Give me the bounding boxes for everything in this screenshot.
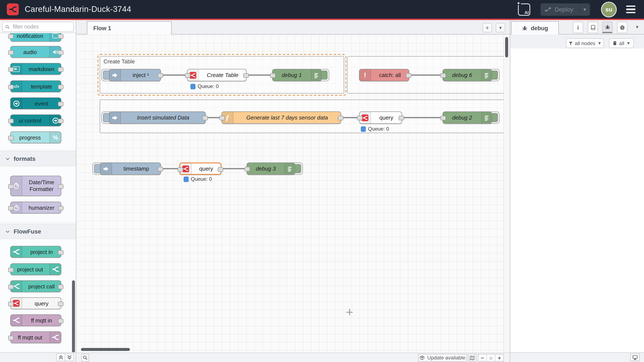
main-menu-button[interactable] xyxy=(626,5,636,13)
node-debug-2[interactable]: debug 2 xyxy=(442,111,492,124)
update-available-button[interactable]: Update available xyxy=(418,354,467,362)
collapse-categories-button[interactable] xyxy=(57,354,65,361)
node-insert-simulated-data[interactable]: Insert simulated Data xyxy=(109,111,206,124)
palette-section-flowfuse[interactable]: FlowFuse xyxy=(0,224,76,239)
canvas-search-button[interactable] xyxy=(81,354,89,362)
node-debug-6[interactable]: debug 6 xyxy=(442,69,492,81)
deploy-dropdown-button[interactable]: ▼ xyxy=(579,3,590,15)
flow-list-button[interactable]: ▼ xyxy=(496,23,505,32)
sidebar-tab-debug[interactable]: debug xyxy=(511,21,559,34)
instance-title: Careful-Mandarin-Duck-3744 xyxy=(25,5,131,14)
palette-filter-input[interactable] xyxy=(12,23,65,30)
flowfuse-logo-icon[interactable] xyxy=(7,3,19,15)
node-inject-1[interactable]: inject ¹ xyxy=(109,69,161,81)
zoom-out-button[interactable]: − xyxy=(478,354,486,361)
node-timestamp-inject[interactable]: timestamp xyxy=(100,163,161,175)
node-debug-3[interactable]: debug 3 xyxy=(246,163,295,175)
palette-node-progress[interactable]: progress % xyxy=(10,131,61,143)
queue-badge-swatch xyxy=(361,126,366,132)
output-port[interactable] xyxy=(218,167,223,172)
zoom-reset-button[interactable]: ○ xyxy=(486,354,495,361)
palette-node-project-in[interactable]: project in xyxy=(10,246,61,258)
node-create-table-query[interactable]: Create Table xyxy=(187,69,246,81)
palette-node-event[interactable]: event xyxy=(10,97,61,109)
canvas-vertical-scroll-gutter xyxy=(504,35,510,362)
palette-node-template[interactable]: </> template xyxy=(10,80,61,92)
output-port[interactable] xyxy=(158,167,163,172)
sidebar-tab-help-button[interactable] xyxy=(588,22,598,33)
node-query-3-selected[interactable]: query xyxy=(179,163,222,175)
input-port[interactable] xyxy=(270,73,276,78)
canvas-horizontal-scrollbar[interactable] xyxy=(81,348,130,351)
palette-node-project-out[interactable]: project out xyxy=(10,263,61,275)
sidebar-footer xyxy=(510,352,644,362)
canvas-footer: Update available − ○ + xyxy=(76,353,510,362)
palette-scrollbar[interactable] xyxy=(72,280,75,353)
exclamation-icon: ! xyxy=(360,69,371,81)
sidebar-tab-info-button[interactable]: i xyxy=(573,22,583,33)
search-icon xyxy=(5,24,10,29)
palette-node-ff-mqtt-out[interactable]: ff mqtt out xyxy=(10,331,61,343)
chevron-down-icon xyxy=(6,230,10,233)
palette-node-ui-control[interactable]: ui control xyxy=(10,114,61,126)
queue-badge-swatch xyxy=(190,84,196,89)
output-port[interactable] xyxy=(243,73,249,78)
queue-status-badge: Queue: 0 xyxy=(190,83,219,89)
ai-assistant-icon[interactable]: AI xyxy=(518,3,530,15)
funnel-icon xyxy=(568,41,573,45)
chevron-down-icon: ▼ xyxy=(597,41,602,45)
flowfuse-icon xyxy=(50,332,61,343)
sidebar-menu-chevron[interactable]: ▼ xyxy=(635,25,639,29)
input-port[interactable] xyxy=(178,167,183,172)
output-port[interactable] xyxy=(338,116,343,120)
percent-icon: % xyxy=(50,132,61,143)
input-port[interactable] xyxy=(219,116,225,120)
bug-icon xyxy=(522,25,528,31)
deploy-button[interactable]: Deploy ▼ xyxy=(541,3,590,15)
palette-node-query[interactable]: query xyxy=(10,297,61,309)
debug-list-icon xyxy=(284,163,295,175)
debug-filter-button[interactable]: all nodes ▼ xyxy=(566,38,604,48)
node-debug-1[interactable]: debug 1 xyxy=(272,69,322,81)
output-port[interactable] xyxy=(406,73,412,78)
sidebar-tab-debug-button[interactable] xyxy=(602,22,612,33)
palette-node-audio[interactable]: audio xyxy=(10,46,61,58)
sidebar-tab-config-button[interactable] xyxy=(617,22,628,33)
palette-node-project-call[interactable]: project call xyxy=(10,280,61,292)
deploy-label: Deploy xyxy=(555,6,573,13)
palette-scroll-area[interactable]: notification audio M↓ markdown </> templ… xyxy=(0,33,76,353)
input-port[interactable] xyxy=(185,73,190,78)
input-port[interactable] xyxy=(357,116,362,120)
flow-canvas[interactable]: Create Table injec xyxy=(76,35,504,362)
palette-node-humanizer[interactable]: humanizer xyxy=(10,202,61,213)
output-port[interactable] xyxy=(399,116,404,120)
input-port[interactable] xyxy=(440,73,446,78)
navigator-button[interactable] xyxy=(468,354,476,362)
node-query-2[interactable]: query xyxy=(359,111,402,124)
palette-node-ff-mqtt-in[interactable]: ff mqtt in xyxy=(10,314,61,326)
expand-categories-button[interactable] xyxy=(65,354,73,361)
add-flow-button[interactable]: + xyxy=(482,23,492,32)
book-icon xyxy=(590,25,596,30)
palette-node-markdown[interactable]: M↓ markdown xyxy=(10,63,61,75)
user-avatar[interactable]: su xyxy=(601,1,617,17)
debug-clear-button[interactable]: all ▼ xyxy=(609,38,634,48)
node-catch-all[interactable]: ! catch: all xyxy=(359,69,409,81)
palette-node-notification[interactable]: notification xyxy=(10,33,61,42)
output-port[interactable] xyxy=(202,116,208,120)
input-port[interactable] xyxy=(244,167,250,172)
palette-section-formats[interactable]: formats xyxy=(0,151,76,166)
palette-filter-box[interactable] xyxy=(2,22,74,32)
bug-icon xyxy=(604,24,610,30)
node-generate-sensor-data-function[interactable]: ƒ Generate last 7 days sensor data xyxy=(222,111,341,124)
open-dashboard-button[interactable] xyxy=(630,354,640,361)
tab-flow-1[interactable]: Flow 1 xyxy=(87,21,172,34)
flowfuse-icon xyxy=(50,264,61,275)
zoom-in-button[interactable]: + xyxy=(495,354,504,361)
chevron-down-icon: ▼ xyxy=(626,41,630,45)
input-port[interactable] xyxy=(440,116,446,120)
output-port[interactable] xyxy=(158,73,163,78)
canvas-vertical-scrollbar[interactable] xyxy=(505,37,508,57)
palette-node-datetime-formatter[interactable]: Date/Time Formatter xyxy=(10,176,61,196)
debug-list-icon xyxy=(481,112,492,123)
